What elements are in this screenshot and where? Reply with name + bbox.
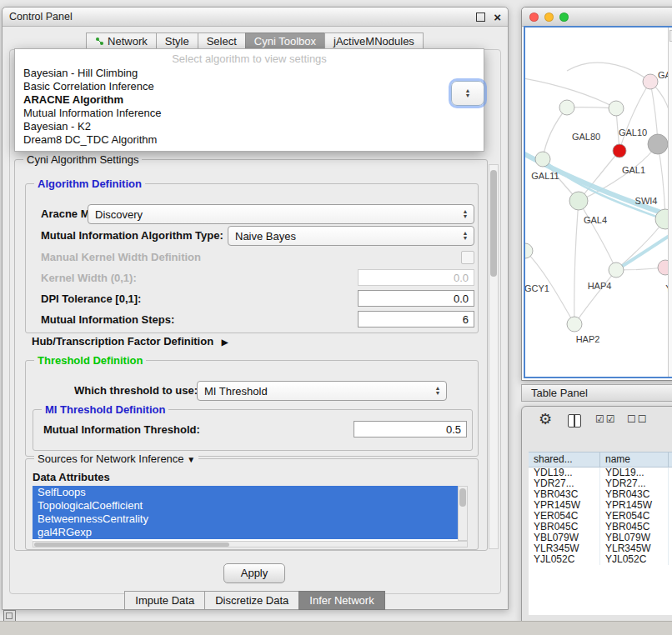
cell: 8. [669, 511, 672, 522]
table-row[interactable]: YLR345W YLR345W 9. [529, 543, 672, 554]
dropdown-item[interactable]: Bayesian - K2 [15, 120, 484, 133]
select-all-icon[interactable]: ☑☑ [595, 413, 617, 425]
dropdown-placeholder[interactable]: Select algorithm to view settings [15, 52, 484, 67]
network-canvas[interactable]: GAL GAL80 GAL10 GAL11 GAL1 SWI4 GAL4 GCY… [524, 26, 672, 378]
tab-discretize-data[interactable]: Discretize Data [204, 591, 299, 610]
dropdown-item[interactable]: Dream8 DC_TDC Algorithm [15, 133, 484, 147]
mi-steps-field[interactable] [358, 311, 474, 328]
table-panel-title: Table Panel [531, 385, 588, 402]
table-row[interactable]: YDL19... YDL19... 13 [529, 468, 672, 478]
node-label: GAL4 [584, 215, 607, 225]
network-node[interactable] [559, 100, 574, 115]
cell [669, 489, 672, 500]
algorithm-dropdown-popup: Select algorithm to view settings Bayesi… [14, 48, 484, 152]
scrollbar-thumb[interactable] [459, 488, 466, 507]
column-header[interactable]: shared... [529, 452, 600, 467]
attribute-list-vscrollbar[interactable] [458, 486, 468, 541]
table-row[interactable]: YPR145W YPR145W 9. [529, 500, 672, 511]
dropdown-item-selected[interactable]: ARACNE Algorithm [15, 93, 484, 107]
dpi-tolerance-field[interactable] [358, 290, 474, 307]
network-view-window: GAL GAL80 GAL10 GAL11 GAL1 SWI4 GAL4 GCY… [521, 7, 672, 381]
column-header[interactable] [669, 452, 672, 467]
which-threshold-label: Which threshold to use: [74, 384, 198, 397]
network-vscrollbar[interactable] [668, 28, 672, 377]
algorithm-combobox-focused[interactable]: ▲▼ [451, 81, 484, 106]
network-node[interactable] [643, 74, 658, 89]
cell: YBL079W [529, 532, 600, 543]
mi-threshold-definition-group: MI Threshold Definition Mutual Informati… [33, 409, 473, 451]
sources-toggle[interactable]: Sources for Network Inference ▼ [34, 452, 198, 465]
close-icon[interactable]: × [494, 8, 501, 27]
cell: YDL19... [600, 468, 669, 478]
close-traffic-light[interactable] [529, 12, 539, 22]
which-threshold-combobox[interactable]: MI Threshold ▲▼ [197, 381, 447, 401]
column-header[interactable]: name [600, 452, 669, 467]
deselect-all-icon[interactable]: ☐☐ [627, 413, 649, 425]
cell: 12 [669, 478, 672, 489]
attribute-list-hscrollbar[interactable] [33, 541, 468, 548]
mi-threshold-field[interactable] [354, 421, 467, 438]
gear-icon[interactable]: ⚙ [539, 410, 552, 428]
network-node[interactable] [609, 101, 624, 116]
bottom-tab-bar: Impute Data Discretize Data Infer Networ… [3, 591, 508, 610]
tab-label: Select [207, 35, 237, 48]
dropdown-item[interactable]: Bayesian - Hill Climbing [15, 67, 484, 80]
network-edge [658, 144, 665, 219]
dropdown-item[interactable]: Mutual Information Inference [15, 107, 484, 120]
minimize-traffic-light[interactable] [544, 12, 554, 22]
network-node-gray[interactable] [648, 134, 668, 154]
float-window-icon[interactable] [476, 12, 485, 22]
network-window-titlebar[interactable] [522, 8, 672, 27]
cell: YDR27... [600, 478, 669, 489]
table-row[interactable]: YBL079W YBL079W [529, 532, 672, 543]
table-panel-titlebar[interactable]: Table Panel [521, 384, 672, 402]
control-panel-window: Control Panel × Network Style Select Cyn… [2, 7, 509, 610]
network-node[interactable] [609, 262, 624, 278]
cyni-algorithm-settings-group: Cyni Algorithm Settings Algorithm Defini… [14, 159, 488, 551]
attribute-item-selected[interactable]: BetweennessCentrality [33, 512, 458, 526]
combo-value: Naive Bayes [228, 230, 459, 242]
node-label: SWI4 [635, 196, 658, 206]
columns-icon[interactable] [568, 414, 581, 428]
scrollbar-thumb[interactable] [490, 170, 497, 277]
mi-algorithm-type-label: Mutual Information Algorithm Type: [41, 229, 223, 242]
table-body: YDL19... YDL19... 13 YDR27... YDR27... 1… [529, 468, 672, 615]
attribute-item-selected[interactable]: SelfLoops [33, 486, 458, 499]
network-node-red[interactable] [613, 144, 626, 158]
network-tab-icon [95, 37, 104, 46]
tab-label: Style [165, 35, 189, 48]
table-row[interactable]: YJL052C YJL052C [529, 554, 672, 565]
network-node[interactable] [567, 317, 582, 332]
attribute-item-selected[interactable]: gal4RGexp [33, 526, 458, 539]
cell: YJL052C [600, 554, 669, 565]
cell: YPR145W [529, 500, 600, 511]
scrollbar-thumb[interactable] [34, 542, 229, 547]
tab-label: jActiveMNodules [333, 35, 414, 48]
cell: YBR043C [529, 489, 600, 500]
kernel-width-field [358, 269, 474, 286]
mi-algorithm-type-combobox[interactable]: Naive Bayes ▲▼ [228, 226, 474, 246]
network-edge [567, 62, 650, 82]
network-graph: GAL GAL80 GAL10 GAL11 GAL1 SWI4 GAL4 GCY… [525, 28, 672, 377]
dpi-tolerance-label: DPI Tolerance [0,1]: [41, 292, 141, 305]
tab-impute-data[interactable]: Impute Data [124, 591, 205, 610]
cell: YER054C [600, 511, 669, 522]
mi-threshold-label: Mutual Information Threshold: [43, 423, 200, 436]
table-row[interactable]: YBR045C YBR045C 9. [529, 522, 672, 532]
group-title: Algorithm Definition [34, 178, 145, 190]
network-node[interactable] [569, 192, 588, 210]
tab-infer-network[interactable]: Infer Network [298, 591, 384, 610]
table-row[interactable]: YDR27... YDR27... 12 [529, 478, 672, 489]
table-row[interactable]: YBR043C YBR043C [529, 489, 672, 500]
hub-definition-toggle[interactable]: Hub/Transcription Factor Definition ▶ [32, 335, 228, 348]
aracne-mode-combobox[interactable]: Discovery ▲▼ [88, 204, 474, 224]
network-node[interactable] [535, 152, 550, 167]
dropdown-item[interactable]: Basic Correlation Inference [15, 80, 484, 93]
control-panel-titlebar[interactable]: Control Panel × [3, 8, 508, 27]
attribute-item-selected[interactable]: TopologicalCoefficient [33, 499, 458, 512]
zoom-traffic-light[interactable] [559, 12, 569, 22]
network-node[interactable] [525, 243, 533, 258]
settings-scrollbar[interactable] [489, 164, 499, 549]
table-row[interactable]: YER054C YER054C 8. [529, 511, 672, 522]
apply-button[interactable]: Apply [223, 563, 285, 583]
